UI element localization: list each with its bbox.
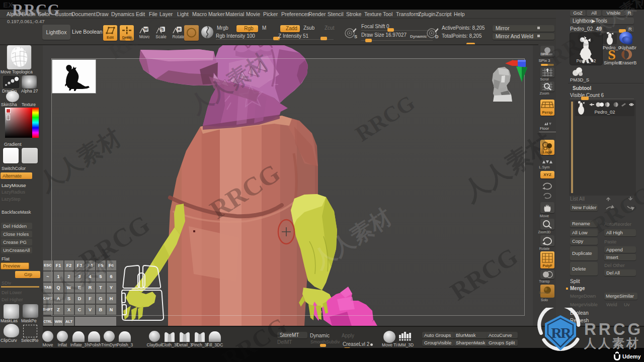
svg-text:Rotate: Rotate [172, 34, 185, 39]
svg-text:R: R [178, 27, 181, 32]
svg-text:人人素材: 人人素材 [584, 336, 640, 350]
svg-text:Edit: Edit [107, 35, 114, 40]
svg-text:M: M [144, 27, 148, 32]
svg-text:Draw: Draw [122, 35, 132, 40]
svg-text:PolyF: PolyF [542, 264, 552, 268]
svg-text:S: S [161, 27, 164, 32]
svg-text:RRCG: RRCG [584, 320, 643, 338]
svg-text:Persp: Persp [542, 110, 553, 115]
svg-text:Scale: Scale [155, 34, 167, 39]
svg-text:D: D [435, 34, 439, 39]
svg-text:Move: Move [139, 34, 150, 39]
svg-text:S: S [354, 34, 357, 39]
svg-text:RR: RR [551, 324, 572, 341]
svg-text:Local: Local [543, 150, 552, 154]
